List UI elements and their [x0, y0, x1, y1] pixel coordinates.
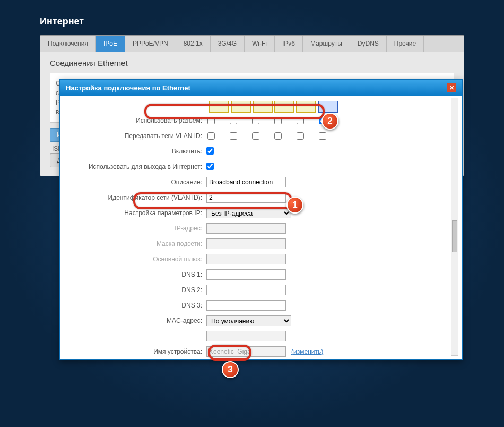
callout-badge-3: 3 — [222, 361, 239, 378]
vlan-checkbox-2[interactable] — [230, 132, 237, 140]
vlan-checkbox-1[interactable] — [207, 132, 215, 140]
vlan-checkboxes — [206, 132, 326, 140]
connector-checkbox-1[interactable] — [207, 117, 215, 124]
port-icon — [274, 101, 294, 113]
ip-settings-select[interactable]: Без IP-адреса — [206, 208, 291, 218]
vlan-checkbox-5[interactable] — [297, 132, 304, 140]
port-icon — [209, 101, 229, 113]
label-use-internet: Использовать для выхода в Интернет: — [76, 163, 206, 170]
row-mac-extra — [76, 330, 446, 342]
row-vlan-id: Идентификатор сети (VLAN ID): — [76, 192, 446, 203]
tab-ipv6[interactable]: IPv6 — [275, 36, 303, 52]
row-gateway: Основной шлюз: — [76, 253, 446, 265]
connector-checkboxes — [206, 117, 326, 124]
label-vlan-id: Идентификатор сети (VLAN ID): — [76, 194, 206, 201]
tab-8021x[interactable]: 802.1x — [176, 36, 211, 52]
callout-badge-2: 2 — [321, 113, 338, 130]
tab-connections[interactable]: Подключения — [40, 36, 96, 52]
connector-checkbox-3[interactable] — [252, 117, 259, 124]
vlan-checkbox-3[interactable] — [252, 132, 259, 140]
callout-badge-1: 1 — [286, 197, 303, 214]
row-dns2: DNS 2: — [76, 284, 446, 296]
row-ip-settings: Настройка параметров IP: Без IP-адреса — [76, 207, 446, 219]
row-vlan-tags: Передавать теги VLAN ID: — [76, 130, 446, 142]
label-netmask: Маска подсети: — [76, 240, 206, 247]
tab-pppoe[interactable]: PPPoE/VPN — [125, 36, 176, 52]
tab-3g4g[interactable]: 3G/4G — [211, 36, 245, 52]
port-icon — [296, 101, 316, 113]
mac-input — [206, 331, 286, 341]
dns1-input[interactable] — [206, 269, 286, 280]
label-device-name: Имя устройства: — [76, 348, 206, 355]
row-netmask: Маска подсети: — [76, 238, 446, 250]
page-title: Интернет — [0, 0, 504, 35]
tab-wifi[interactable]: Wi-Fi — [245, 36, 275, 52]
vlan-checkbox-6[interactable] — [319, 132, 326, 140]
row-dns1: DNS 1: — [76, 269, 446, 280]
label-ip-address: IP-адрес: — [76, 225, 206, 232]
row-mac: MAC-адрес: По умолчанию — [76, 315, 446, 327]
port-icon — [253, 101, 273, 113]
row-use-connector: Использовать разъем: — [76, 115, 446, 126]
label-mac: MAC-адрес: — [76, 317, 206, 324]
label-gateway: Основной шлюз: — [76, 255, 206, 263]
dns3-input[interactable] — [206, 300, 286, 311]
mac-select[interactable]: По умолчанию — [206, 315, 291, 326]
vlan-checkbox-4[interactable] — [274, 132, 282, 140]
row-dns3: DNS 3: — [76, 300, 446, 311]
port-icon — [318, 101, 338, 113]
connector-checkbox-4[interactable] — [274, 117, 282, 124]
panel-heading: Соединения Ethernet — [50, 58, 454, 67]
row-description: Описание: — [76, 176, 446, 188]
connector-checkbox-5[interactable] — [297, 117, 304, 124]
row-enable: Включить: — [76, 146, 446, 157]
dialog-title: Настройка подключения по Ethernet — [66, 84, 190, 92]
tab-dydns[interactable]: DyDNS — [350, 36, 387, 52]
row-device-name: Имя устройства: (изменить) — [76, 346, 446, 357]
label-ip-settings: Настройка параметров IP: — [76, 209, 206, 217]
description-input[interactable] — [206, 177, 286, 187]
dns2-input[interactable] — [206, 285, 286, 295]
dialog-body: Использовать разъем: Передавать теги VLA… — [60, 96, 462, 360]
gateway-input — [206, 254, 286, 264]
label-use-connector: Использовать разъем: — [76, 117, 206, 124]
row-use-internet: Использовать для выхода в Интернет: — [76, 161, 446, 173]
label-vlan-tags: Передавать теги VLAN ID: — [76, 132, 206, 140]
tab-ipoe[interactable]: IPoE — [96, 36, 125, 52]
port-icon — [231, 101, 251, 113]
enable-checkbox[interactable] — [206, 147, 214, 155]
scrollbar-thumb[interactable] — [452, 220, 457, 252]
tab-routes[interactable]: Маршруты — [303, 36, 350, 52]
label-dns1: DNS 1: — [76, 271, 206, 278]
close-icon[interactable]: ✕ — [447, 83, 456, 92]
label-dns2: DNS 2: — [76, 286, 206, 294]
device-name-input — [206, 346, 286, 357]
ip-address-input — [206, 223, 286, 234]
dialog-ethernet-settings: Настройка подключения по Ethernet ✕ Испо… — [59, 79, 463, 360]
label-dns3: DNS 3: — [76, 302, 206, 309]
label-description: Описание: — [76, 178, 206, 186]
netmask-input — [206, 238, 286, 249]
tabs-bar: Подключения IPoE PPPoE/VPN 802.1x 3G/4G … — [40, 36, 464, 52]
change-link[interactable]: (изменить) — [291, 348, 323, 355]
tab-other[interactable]: Прочие — [387, 36, 424, 52]
label-enable: Включить: — [76, 148, 206, 155]
scrollbar[interactable] — [451, 98, 458, 356]
vlan-id-input[interactable] — [206, 192, 286, 203]
use-internet-checkbox[interactable] — [206, 163, 214, 170]
ports-diagram — [209, 101, 446, 113]
connector-checkbox-2[interactable] — [230, 117, 237, 124]
dialog-titlebar: Настройка подключения по Ethernet ✕ — [60, 80, 462, 96]
row-ip-address: IP-адрес: — [76, 223, 446, 234]
